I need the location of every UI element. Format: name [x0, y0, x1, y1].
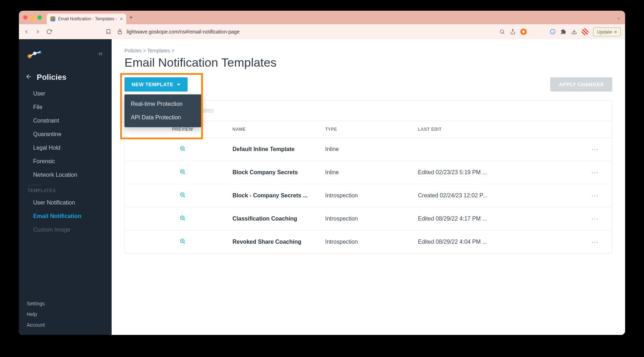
reload-button[interactable] — [46, 29, 52, 35]
sidebar-item-legal-hold[interactable]: Legal Hold — [19, 141, 112, 155]
apply-changes-button[interactable]: APPLY CHANGES — [550, 77, 612, 92]
svg-rect-0 — [118, 31, 121, 34]
tab-title: Email Notification - Templates - — [58, 16, 117, 21]
row-actions-button[interactable]: ⋯ — [586, 145, 604, 154]
preview-icon[interactable] — [179, 169, 186, 176]
lock-icon — [117, 29, 123, 35]
row-name: Default Inline Template — [232, 146, 325, 152]
share-icon[interactable] — [510, 29, 516, 35]
sidebar-item-custom-image[interactable]: Custom Image — [19, 223, 112, 237]
row-type: Introspection — [325, 192, 418, 199]
maximize-window-button[interactable] — [37, 15, 42, 20]
svg-line-31 — [184, 242, 185, 244]
sidebar-items: User File Constraint Quarantine Legal Ho… — [19, 87, 112, 237]
row-type: Inline — [325, 169, 418, 176]
sidebar-help[interactable]: Help — [27, 311, 104, 317]
sidebar-settings[interactable]: Settings — [27, 301, 104, 306]
sidebar-account[interactable]: Account — [27, 322, 104, 328]
table-row[interactable]: Block - Company Secrets ...Introspection… — [125, 184, 612, 207]
tab-overflow-button[interactable]: ⌄ — [617, 15, 621, 20]
table-row[interactable]: Default Inline TemplateInline⋯ — [125, 138, 612, 161]
row-type: Introspection — [325, 216, 418, 222]
url-text: lightwave.goskope.com/ns#/email-notifica… — [127, 29, 240, 35]
caret-down-icon — [177, 84, 180, 86]
row-last-edit: Edited 08/29/22 4:04 PM ... — [418, 239, 586, 245]
favicon-icon — [50, 16, 55, 21]
row-name: Block Company Secrets — [232, 169, 325, 176]
svg-line-15 — [184, 150, 185, 151]
update-label: Update — [597, 29, 612, 35]
sidebar-item-forensic[interactable]: Forensic — [19, 155, 112, 168]
url-bar[interactable]: lightwave.goskope.com/ns#/email-notifica… — [117, 29, 494, 35]
row-actions-button[interactable]: ⋯ — [586, 238, 604, 246]
sidebar-item-quarantine[interactable]: Quarantine — [19, 128, 112, 141]
sidebar-item-constraint[interactable]: Constraint — [19, 114, 112, 128]
row-last-edit: Edited 02/23/23 5:19 PM ... — [418, 169, 586, 176]
forward-button[interactable] — [35, 29, 41, 35]
sidebar-header: Policies — [19, 70, 112, 87]
col-last-edit: LAST EDIT — [418, 127, 586, 132]
sidebar-item-email-notification[interactable]: Email Notification — [19, 209, 112, 223]
row-name: Revoked Share Coaching — [232, 239, 325, 245]
close-tab-button[interactable]: × — [120, 16, 123, 22]
back-arrow-icon[interactable] — [25, 73, 32, 82]
app-body: Policies User File Constraint Quarantine… — [19, 39, 625, 335]
breadcrumb[interactable]: Policies > Templates > — [124, 48, 612, 53]
page-title: Email Notification Templates — [124, 56, 612, 69]
back-button[interactable] — [23, 29, 30, 35]
new-template-group: NEW TEMPLATE Real-time Protection API Da… — [124, 77, 188, 92]
table-row[interactable]: Block Company SecretsInlineEdited 02/23/… — [125, 161, 612, 184]
apply-changes-label: APPLY CHANGES — [559, 82, 604, 87]
row-actions-button[interactable]: ⋯ — [586, 168, 604, 177]
minimize-window-button[interactable] — [30, 15, 35, 20]
info-icon[interactable] — [550, 29, 556, 35]
new-tab-button[interactable]: + — [129, 14, 133, 21]
collapse-sidebar-button[interactable] — [97, 51, 104, 58]
new-template-dropdown: Real-time Protection API Data Protection — [124, 94, 201, 127]
row-last-edit: Edited 08/29/22 4:17 PM ... — [418, 216, 586, 222]
dropdown-realtime-protection[interactable]: Real-time Protection — [124, 97, 201, 111]
row-actions-button[interactable]: ⋯ — [586, 214, 604, 223]
shields-icon[interactable] — [520, 29, 527, 35]
sidebar-item-file[interactable]: File — [19, 100, 112, 114]
sidebar-item-user[interactable]: User — [19, 87, 112, 100]
dropdown-api-data-protection[interactable]: API Data Protection — [124, 111, 201, 124]
svg-line-27 — [184, 219, 185, 221]
svg-point-1 — [500, 30, 504, 33]
svg-line-19 — [184, 173, 185, 174]
sidebar-item-user-notification[interactable]: User Notification — [19, 196, 112, 209]
main-content: Policies > Templates > Email Notificatio… — [112, 39, 625, 335]
browser-toolbar: lightwave.goskope.com/ns#/email-notifica… — [19, 24, 625, 39]
preview-icon[interactable] — [179, 215, 186, 223]
templates-table: PREVIEW NAME TYPE LAST EDIT Default Inli… — [125, 121, 612, 253]
row-name: Block - Company Secrets ... — [232, 192, 325, 199]
titlebar: Email Notification - Templates - × + ⌄ — [19, 11, 625, 24]
new-template-button[interactable]: NEW TEMPLATE — [124, 77, 188, 92]
row-actions-button[interactable]: ⋯ — [586, 191, 604, 200]
svg-line-2 — [503, 33, 504, 34]
browser-tab[interactable]: Email Notification - Templates - × — [47, 14, 126, 24]
row-type: Introspection — [325, 239, 418, 245]
update-button[interactable]: Update ≡ — [593, 27, 621, 36]
browser-chrome: Email Notification - Templates - × + ⌄ l… — [19, 11, 625, 39]
profile-avatar[interactable] — [582, 28, 589, 35]
downloads-icon[interactable] — [571, 29, 577, 35]
new-template-label: NEW TEMPLATE — [132, 82, 173, 87]
col-name: NAME — [232, 127, 325, 132]
extensions-icon[interactable] — [560, 29, 567, 35]
close-window-button[interactable] — [23, 15, 27, 20]
row-type: Inline — [325, 146, 418, 152]
preview-icon[interactable] — [179, 238, 186, 246]
bookmark-button[interactable] — [105, 29, 112, 35]
logo-row — [19, 46, 112, 70]
preview-icon[interactable] — [179, 192, 186, 200]
sidebar-item-network-location[interactable]: Network Location — [19, 168, 112, 182]
row-last-edit: Created 02/24/23 12:02 P... — [418, 192, 586, 199]
sidebar-title: Policies — [37, 73, 66, 82]
app-logo[interactable] — [27, 50, 44, 59]
table-row[interactable]: Revoked Share CoachingIntrospectionEdite… — [125, 231, 612, 253]
table-row[interactable]: Classification CoachingIntrospectionEdit… — [125, 207, 612, 231]
row-name: Classification Coaching — [232, 216, 325, 222]
preview-icon[interactable] — [179, 145, 186, 153]
zoom-icon[interactable] — [499, 29, 505, 35]
